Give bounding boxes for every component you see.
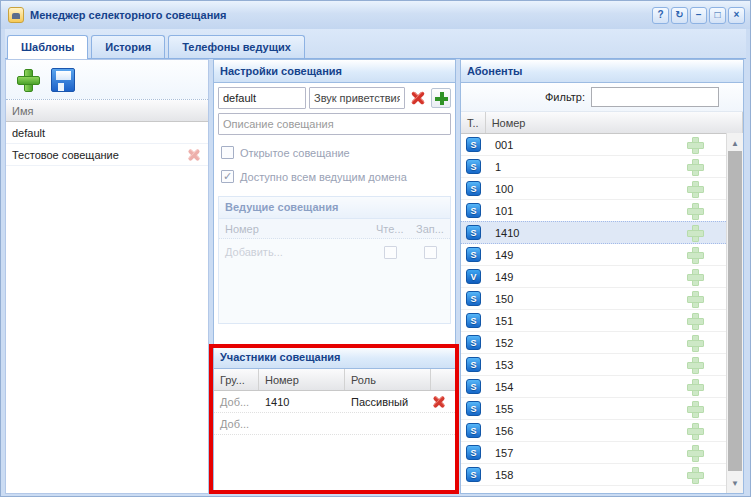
- greeting-sound-combo[interactable]: [309, 87, 405, 109]
- add-subscriber-button[interactable]: [687, 137, 702, 152]
- description-input[interactable]: [218, 113, 451, 135]
- participant-add-row[interactable]: Доб...: [214, 413, 455, 435]
- clear-greeting-button[interactable]: [408, 88, 428, 108]
- hosts-column-number: Номер: [219, 223, 370, 235]
- subscriber-number: 158: [495, 469, 513, 481]
- subscriber-type-icon: S: [466, 247, 481, 262]
- subscriber-row[interactable]: S 158: [461, 464, 726, 486]
- hosts-empty-area: [219, 265, 450, 323]
- template-list-item[interactable]: Тестовое совещание: [6, 144, 208, 166]
- window-minimize-button[interactable]: –: [690, 7, 707, 24]
- subscriber-number: 100: [495, 183, 513, 195]
- subscriber-number: 157: [495, 447, 513, 459]
- delete-template-icon[interactable]: [186, 147, 202, 163]
- window-refresh-button[interactable]: ↻: [671, 7, 688, 24]
- subscriber-number: 1: [495, 161, 501, 173]
- tab-host-phones[interactable]: Телефоны ведущих: [168, 35, 305, 58]
- subscribers-column-number[interactable]: Номер: [486, 112, 699, 133]
- subscriber-row[interactable]: S 151: [461, 310, 726, 332]
- add-subscriber-button[interactable]: [687, 203, 702, 218]
- subscriber-number: 152: [495, 337, 513, 349]
- subscriber-row[interactable]: S 152: [461, 332, 726, 354]
- subscribers-column-type[interactable]: Т..: [461, 112, 486, 133]
- subscriber-row[interactable]: S 154: [461, 376, 726, 398]
- remove-participant-icon[interactable]: [431, 394, 447, 410]
- tab-templates[interactable]: Шаблоны: [7, 35, 88, 59]
- subscriber-row[interactable]: S 1410: [461, 221, 726, 244]
- subscriber-row[interactable]: S 156: [461, 420, 726, 442]
- add-subscriber-button[interactable]: [687, 291, 702, 306]
- name-greeting-row: [218, 87, 451, 109]
- hosts-column-write: Зап...: [410, 223, 450, 235]
- subscriber-number: 155: [495, 403, 513, 415]
- add-subscriber-button[interactable]: [687, 401, 702, 416]
- add-template-button[interactable]: [16, 68, 40, 92]
- conference-name-input[interactable]: [218, 87, 306, 109]
- scrollbar-thumb[interactable]: [728, 151, 742, 471]
- window-title: Менеджер селекторного совещания: [30, 9, 652, 21]
- hosts-column-read: Чте...: [370, 223, 410, 235]
- subscriber-type-icon: S: [466, 401, 481, 416]
- filter-input[interactable]: [591, 87, 719, 107]
- add-subscriber-button[interactable]: [687, 379, 702, 394]
- subscriber-row[interactable]: S 100: [461, 178, 726, 200]
- participant-role: Пассивный: [345, 396, 431, 408]
- subscriber-row[interactable]: S 153: [461, 354, 726, 376]
- add-subscriber-button[interactable]: [687, 181, 702, 196]
- add-subscriber-button[interactable]: [687, 269, 702, 284]
- subscriber-type-icon: V: [466, 269, 481, 284]
- settings-body: Открытое совещание ✓ Доступно всем ведущ…: [214, 83, 455, 493]
- participants-column-number[interactable]: Номер: [259, 369, 345, 390]
- subscribers-scrollbar[interactable]: ▲ ▼: [726, 133, 743, 493]
- participants-column-role[interactable]: Роль: [345, 369, 431, 390]
- add-subscriber-button[interactable]: [687, 225, 702, 240]
- subscriber-row[interactable]: S 1: [461, 156, 726, 178]
- subscriber-row[interactable]: V 149: [461, 266, 726, 288]
- participant-group: Доб...: [214, 396, 259, 408]
- participants-column-group[interactable]: Гру...: [214, 369, 259, 390]
- subscribers-column-actions: [699, 112, 743, 133]
- template-list-item[interactable]: default: [6, 122, 208, 144]
- scroll-up-icon[interactable]: ▲: [727, 135, 743, 151]
- add-subscriber-button[interactable]: [687, 445, 702, 460]
- participants-section: Участники совещания Гру... Номер Роль До…: [214, 345, 455, 493]
- subscribers-list: S 001 S 1 S 100 S 101: [461, 134, 726, 496]
- add-greeting-button[interactable]: [431, 88, 451, 108]
- subscriber-row[interactable]: S 150: [461, 288, 726, 310]
- add-subscriber-button[interactable]: [687, 159, 702, 174]
- subscriber-type-icon: S: [466, 423, 481, 438]
- add-subscriber-button[interactable]: [687, 423, 702, 438]
- subscriber-row[interactable]: S 155: [461, 398, 726, 420]
- participant-number: 1410: [259, 396, 345, 408]
- add-subscriber-button[interactable]: [687, 357, 702, 372]
- window-help-button[interactable]: ?: [652, 7, 669, 24]
- subscriber-row[interactable]: S 157: [461, 442, 726, 464]
- domain-access-row: ✓ Доступно всем ведущим домена: [221, 170, 451, 183]
- scroll-down-icon[interactable]: ▼: [727, 475, 743, 491]
- window-maximize-button[interactable]: □: [709, 7, 726, 24]
- add-subscriber-button[interactable]: [687, 247, 702, 262]
- subscriber-type-icon: S: [466, 445, 481, 460]
- content-area: Имя default Тестовое совещание Настройки…: [1, 59, 751, 494]
- subscriber-row[interactable]: S 001: [461, 134, 726, 156]
- hosts-write-checkbox: [424, 246, 437, 259]
- subscriber-row[interactable]: S 101: [461, 200, 726, 222]
- participant-row[interactable]: Доб... 1410 Пассивный: [214, 391, 455, 413]
- column-header-name[interactable]: Имя: [6, 100, 208, 121]
- window-close-button[interactable]: ×: [728, 7, 745, 24]
- subscriber-type-icon: S: [466, 335, 481, 350]
- templates-toolbar: [6, 60, 208, 100]
- tab-history[interactable]: История: [91, 35, 165, 58]
- subscriber-type-icon: S: [466, 357, 481, 372]
- add-subscriber-button[interactable]: [687, 335, 702, 350]
- add-subscriber-button[interactable]: [687, 313, 702, 328]
- add-subscriber-button[interactable]: [687, 467, 702, 482]
- subscriber-number: 154: [495, 381, 513, 393]
- hosts-add-label: Добавить...: [219, 246, 370, 258]
- subscriber-row[interactable]: S 149: [461, 244, 726, 266]
- template-name: default: [12, 127, 45, 139]
- domain-access-checkbox: ✓: [221, 170, 234, 183]
- templates-panel: Имя default Тестовое совещание: [5, 59, 209, 494]
- save-template-button[interactable]: [51, 68, 75, 92]
- participants-column-actions: [431, 369, 455, 390]
